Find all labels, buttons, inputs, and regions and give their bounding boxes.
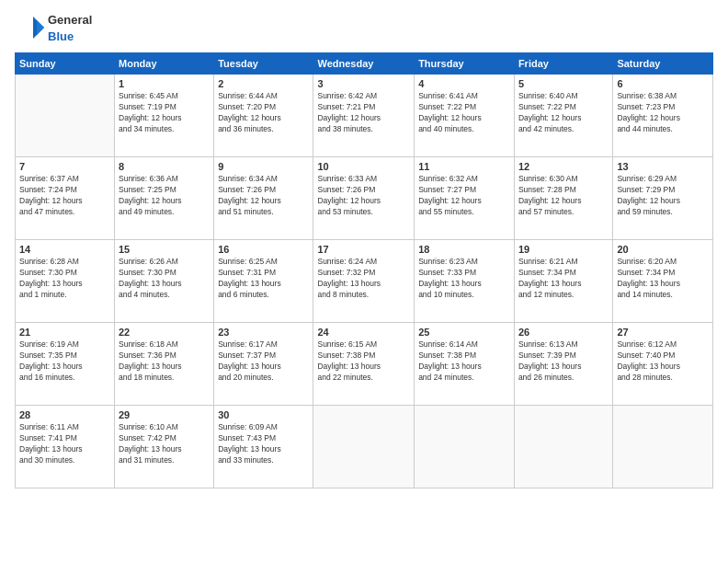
day-number: 27 [617,327,709,338]
day-number: 16 [218,244,309,255]
day-info: Sunrise: 6:10 AMSunset: 7:42 PMDaylight:… [119,422,210,466]
day-number: 12 [518,161,609,172]
day-number: 25 [418,327,510,338]
day-of-week-header: Wednesday [313,53,415,75]
calendar-cell: 18Sunrise: 6:23 AMSunset: 7:33 PMDayligh… [415,240,515,323]
day-info: Sunrise: 6:12 AMSunset: 7:40 PMDaylight:… [617,339,709,384]
day-number: 9 [218,161,309,172]
calendar-header-row: SundayMondayTuesdayWednesdayThursdayFrid… [16,53,713,75]
day-number: 17 [317,244,410,255]
calendar-week-row: 1Sunrise: 6:45 AMSunset: 7:19 PMDaylight… [16,75,713,157]
calendar-cell: 19Sunrise: 6:21 AMSunset: 7:34 PMDayligh… [514,240,612,323]
calendar-cell: 14Sunrise: 6:28 AMSunset: 7:30 PMDayligh… [16,240,115,323]
day-info: Sunrise: 6:29 AMSunset: 7:29 PMDaylight:… [617,174,709,218]
calendar-cell [613,406,713,488]
day-of-week-header: Thursday [415,53,515,75]
day-of-week-header: Tuesday [214,53,313,75]
calendar-cell: 21Sunrise: 6:19 AMSunset: 7:35 PMDayligh… [16,323,115,406]
day-number: 10 [317,161,410,172]
day-number: 29 [119,409,210,420]
day-info: Sunrise: 6:21 AMSunset: 7:34 PMDaylight:… [518,257,609,301]
calendar-cell [415,406,515,488]
day-number: 13 [617,161,709,172]
calendar-cell: 5Sunrise: 6:40 AMSunset: 7:22 PMDaylight… [514,75,612,157]
day-info: Sunrise: 6:09 AMSunset: 7:43 PMDaylight:… [218,422,309,466]
calendar-cell: 9Sunrise: 6:34 AMSunset: 7:26 PMDaylight… [214,157,313,240]
day-info: Sunrise: 6:38 AMSunset: 7:23 PMDaylight:… [617,91,709,135]
day-info: Sunrise: 6:41 AMSunset: 7:22 PMDaylight:… [418,91,510,135]
day-info: Sunrise: 6:13 AMSunset: 7:39 PMDaylight:… [518,339,609,384]
day-number: 1 [119,78,210,89]
calendar-cell: 25Sunrise: 6:14 AMSunset: 7:38 PMDayligh… [415,323,515,406]
day-info: Sunrise: 6:28 AMSunset: 7:30 PMDaylight:… [19,257,110,301]
logo: General Blue [15,11,92,43]
day-number: 6 [617,78,709,89]
day-info: Sunrise: 6:44 AMSunset: 7:20 PMDaylight:… [218,91,309,135]
calendar-cell: 11Sunrise: 6:32 AMSunset: 7:27 PMDayligh… [415,157,515,240]
day-number: 26 [518,327,609,338]
calendar-cell: 23Sunrise: 6:17 AMSunset: 7:37 PMDayligh… [214,323,313,406]
calendar-body: 1Sunrise: 6:45 AMSunset: 7:19 PMDaylight… [16,75,713,488]
calendar-week-row: 14Sunrise: 6:28 AMSunset: 7:30 PMDayligh… [16,240,713,323]
day-number: 14 [19,244,110,255]
day-info: Sunrise: 6:40 AMSunset: 7:22 PMDaylight:… [518,91,609,135]
day-info: Sunrise: 6:18 AMSunset: 7:36 PMDaylight:… [119,339,210,384]
day-info: Sunrise: 6:37 AMSunset: 7:24 PMDaylight:… [19,174,110,218]
logo-svg [15,13,44,42]
day-info: Sunrise: 6:33 AMSunset: 7:26 PMDaylight:… [317,174,410,218]
calendar-cell: 13Sunrise: 6:29 AMSunset: 7:29 PMDayligh… [613,157,713,240]
day-number: 28 [19,409,110,420]
calendar-cell: 3Sunrise: 6:42 AMSunset: 7:21 PMDaylight… [313,75,415,157]
day-info: Sunrise: 6:30 AMSunset: 7:28 PMDaylight:… [518,174,609,218]
day-number: 5 [518,78,609,89]
calendar-cell: 2Sunrise: 6:44 AMSunset: 7:20 PMDaylight… [214,75,313,157]
svg-marker-2 [37,20,44,35]
day-of-week-header: Monday [115,53,214,75]
day-number: 11 [418,161,510,172]
day-of-week-header: Friday [514,53,612,75]
day-number: 8 [119,161,210,172]
day-of-week-header: Sunday [16,53,115,75]
day-info: Sunrise: 6:45 AMSunset: 7:19 PMDaylight:… [119,91,210,135]
calendar-cell: 15Sunrise: 6:26 AMSunset: 7:30 PMDayligh… [115,240,214,323]
calendar: SundayMondayTuesdayWednesdayThursdayFrid… [15,52,713,488]
calendar-cell: 24Sunrise: 6:15 AMSunset: 7:38 PMDayligh… [313,323,415,406]
day-info: Sunrise: 6:36 AMSunset: 7:25 PMDaylight:… [119,174,210,218]
day-number: 2 [218,78,309,89]
day-info: Sunrise: 6:25 AMSunset: 7:31 PMDaylight:… [218,257,309,301]
calendar-cell [16,75,115,157]
day-number: 15 [119,244,210,255]
calendar-cell: 12Sunrise: 6:30 AMSunset: 7:28 PMDayligh… [514,157,612,240]
day-info: Sunrise: 6:15 AMSunset: 7:38 PMDaylight:… [317,339,410,384]
calendar-cell: 4Sunrise: 6:41 AMSunset: 7:22 PMDaylight… [415,75,515,157]
day-info: Sunrise: 6:34 AMSunset: 7:26 PMDaylight:… [218,174,309,218]
day-number: 30 [218,409,309,420]
day-number: 20 [617,244,709,255]
calendar-cell: 10Sunrise: 6:33 AMSunset: 7:26 PMDayligh… [313,157,415,240]
calendar-cell [514,406,612,488]
calendar-cell: 16Sunrise: 6:25 AMSunset: 7:31 PMDayligh… [214,240,313,323]
day-info: Sunrise: 6:11 AMSunset: 7:41 PMDaylight:… [19,422,110,466]
calendar-cell: 1Sunrise: 6:45 AMSunset: 7:19 PMDaylight… [115,75,214,157]
calendar-cell: 8Sunrise: 6:36 AMSunset: 7:25 PMDaylight… [115,157,214,240]
day-info: Sunrise: 6:23 AMSunset: 7:33 PMDaylight:… [418,257,510,301]
calendar-cell: 22Sunrise: 6:18 AMSunset: 7:36 PMDayligh… [115,323,214,406]
day-number: 4 [418,78,510,89]
calendar-cell: 30Sunrise: 6:09 AMSunset: 7:43 PMDayligh… [214,406,313,488]
calendar-cell: 27Sunrise: 6:12 AMSunset: 7:40 PMDayligh… [613,323,713,406]
day-number: 3 [317,78,410,89]
day-number: 18 [418,244,510,255]
header: General Blue [15,11,713,43]
logo-blue-text: Blue [48,29,74,43]
day-number: 22 [119,327,210,338]
day-info: Sunrise: 6:42 AMSunset: 7:21 PMDaylight:… [317,91,410,135]
day-number: 7 [19,161,110,172]
calendar-cell: 26Sunrise: 6:13 AMSunset: 7:39 PMDayligh… [514,323,612,406]
calendar-cell: 6Sunrise: 6:38 AMSunset: 7:23 PMDaylight… [613,75,713,157]
day-number: 21 [19,327,110,338]
day-info: Sunrise: 6:14 AMSunset: 7:38 PMDaylight:… [418,339,510,384]
calendar-cell: 20Sunrise: 6:20 AMSunset: 7:34 PMDayligh… [613,240,713,323]
day-number: 19 [518,244,609,255]
calendar-week-row: 7Sunrise: 6:37 AMSunset: 7:24 PMDaylight… [16,157,713,240]
calendar-cell [313,406,415,488]
